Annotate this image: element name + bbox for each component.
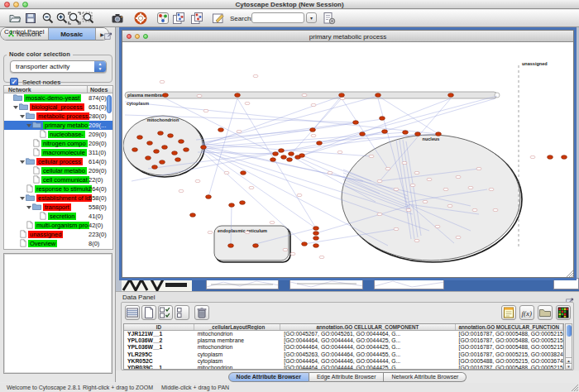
table-cell[interactable]: YDR039C__1 (124, 365, 194, 370)
network-node[interactable] (172, 151, 178, 155)
gene-node[interactable] (385, 167, 390, 170)
network-node[interactable] (299, 154, 305, 158)
network-node[interactable] (317, 141, 323, 146)
gene-node[interactable] (423, 200, 428, 203)
table-cell[interactable]: [GO:0044464, GO:0044444, GO:0044425, G..… (280, 344, 455, 351)
gene-node[interactable] (414, 171, 419, 174)
network-node[interactable] (132, 148, 138, 152)
gene-node[interactable] (340, 97, 345, 99)
expand-arrow-icon[interactable] (20, 197, 25, 200)
table-cell[interactable]: [GO:0044464, GO:0044444, GO:0044425, G..… (280, 337, 455, 344)
gene-node[interactable] (377, 179, 382, 182)
gene-node[interactable] (203, 109, 208, 112)
gene-node[interactable] (435, 225, 440, 227)
network-node[interactable] (310, 128, 316, 132)
network-node[interactable] (235, 93, 241, 98)
network-node[interactable] (281, 155, 287, 160)
background-window-art[interactable] (122, 278, 192, 291)
tree-row[interactable]: response to stimulu264(0) (4, 184, 112, 194)
network-node[interactable] (302, 242, 308, 246)
gene-node[interactable] (414, 239, 419, 241)
network-node[interactable] (168, 134, 174, 138)
gene-node[interactable] (369, 155, 374, 157)
network-window-titlebar[interactable]: primary metabolic process (122, 31, 573, 42)
tree-row[interactable]: transport558(0) (4, 203, 112, 212)
gene-node[interactable] (197, 94, 202, 97)
tree-row[interactable]: nitrogen compo209(0) (4, 139, 112, 148)
gene-node[interactable] (270, 221, 275, 223)
gene-node[interactable] (443, 188, 448, 190)
background-window[interactable] (206, 278, 279, 289)
open-file-icon[interactable] (8, 12, 22, 25)
attribute-batch-icon[interactable] (323, 12, 336, 25)
gene-node[interactable] (476, 167, 481, 170)
network-node[interactable] (137, 136, 143, 140)
scroll-down-icon[interactable]: ▼ (566, 363, 572, 369)
gene-node[interactable] (245, 102, 250, 104)
table-cell[interactable]: [GO:0016787, GO:0005488, GO:0005215, G..… (456, 337, 564, 344)
tree-row[interactable]: nucleobase-209(0) (4, 130, 112, 139)
network-node[interactable] (360, 132, 366, 136)
help-ring-icon[interactable] (134, 12, 147, 25)
select-attributes-icon[interactable] (125, 305, 140, 320)
expand-arrow-icon[interactable] (26, 206, 31, 209)
tab-edge-attribute-browser[interactable]: Edge Attribute Browser (309, 372, 385, 382)
gene-node[interactable] (328, 171, 333, 174)
table-cell[interactable]: [GO:0044464, GO:0044446, GO:0044444, G..… (280, 358, 455, 365)
table-row[interactable]: YJR121W__1mitochondrion[GO:0045267, GO:0… (124, 331, 563, 337)
network-node[interactable] (163, 93, 169, 98)
snapshot-icon[interactable] (111, 12, 124, 25)
network-node[interactable] (154, 150, 160, 154)
gene-node[interactable] (249, 186, 254, 189)
gene-node[interactable] (179, 189, 184, 192)
gene-node[interactable] (377, 213, 382, 215)
tree-row[interactable]: unassigned223(0) (4, 230, 112, 239)
table-cell[interactable]: mitochondrion (194, 365, 281, 370)
network-node[interactable] (179, 140, 184, 144)
network-node[interactable] (201, 146, 207, 150)
heatmap-icon[interactable] (556, 305, 571, 320)
table-cell[interactable]: [GO:0005488, GO:0005215, GO:0003674] (456, 358, 564, 365)
network-node[interactable] (229, 203, 235, 208)
network-node[interactable] (313, 237, 319, 241)
network-node[interactable] (253, 244, 259, 248)
gene-node[interactable] (302, 93, 307, 96)
gene-node[interactable] (406, 208, 411, 211)
network-node[interactable] (279, 149, 285, 153)
gene-node[interactable] (456, 236, 461, 238)
network-node[interactable] (313, 232, 319, 236)
gene-node[interactable] (237, 130, 242, 132)
table-row[interactable]: YPL036W__1mitochondrion[GO:0044464, GO:0… (124, 344, 563, 351)
network-node[interactable] (273, 152, 279, 156)
gene-node[interactable] (394, 188, 399, 190)
gene-node[interactable] (447, 204, 452, 207)
gene-node[interactable] (283, 248, 288, 251)
network-node[interactable] (353, 121, 359, 125)
network-node[interactable] (158, 131, 164, 136)
search-dropdown-icon[interactable]: ▾ (306, 12, 317, 23)
table-cell[interactable]: mitochondrion (194, 344, 281, 351)
network-node[interactable] (548, 155, 553, 160)
table-cell[interactable]: YPL036W__2 (124, 337, 194, 344)
network-node[interactable] (206, 195, 212, 199)
network-node[interactable] (313, 244, 319, 248)
network-node[interactable] (241, 171, 246, 175)
birdseye-view[interactable] (3, 253, 112, 374)
gene-node[interactable] (297, 194, 302, 196)
gene-node[interactable] (489, 188, 494, 190)
column-header[interactable]: annotation.GO MOLECULAR_FUNCTION (456, 324, 564, 330)
function-builder-icon[interactable]: f(x) (519, 305, 534, 320)
table-cell[interactable]: cytoplasm (194, 358, 281, 365)
table-cell[interactable]: cytoplasm (194, 351, 281, 358)
network-node[interactable] (289, 152, 294, 156)
table-row[interactable]: YDR039C__1mitochondrion[GO:0044464, GO:0… (124, 365, 563, 370)
tree-row[interactable]: biological_process651(0) (4, 103, 112, 112)
table-cell[interactable]: YKR052C (124, 358, 194, 365)
network-node[interactable] (160, 160, 165, 165)
network-node[interactable] (228, 244, 234, 248)
tab-network-attribute-browser[interactable]: Network Attribute Browser (384, 372, 467, 382)
network-node[interactable] (382, 130, 388, 134)
attribute-table-header[interactable]: ID_cellularLayoutRegionannotation.GO CEL… (124, 324, 563, 331)
table-scrollbar-thumb[interactable] (567, 325, 572, 337)
table-cell[interactable]: YJR121W__1 (124, 331, 194, 337)
